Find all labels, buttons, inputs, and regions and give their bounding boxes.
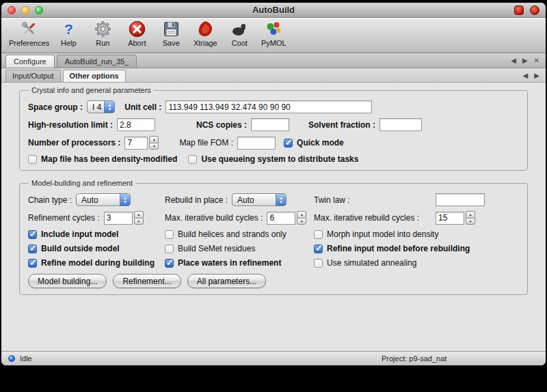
column: Morph input model into density [314, 229, 519, 239]
refine-input-model-checkbox[interactable]: Refine input model before rebuilding [314, 244, 470, 253]
all-parameters-button[interactable]: All parameters... [187, 274, 266, 288]
checkbox-box[interactable] [165, 230, 174, 239]
tab-autobuild-run-35[interactable]: AutoBuild_run_35_ [57, 55, 137, 68]
refinement-cycles-label: Refinement cycles : [28, 213, 100, 223]
tab-close-icon[interactable]: ✕ [534, 57, 539, 64]
refinement-cycles-input[interactable] [104, 212, 133, 225]
build-outside-model-checkbox[interactable]: Build outside model [28, 244, 120, 253]
stepper-down-icon[interactable] [149, 143, 159, 150]
include-input-model-checkbox[interactable]: Include input model [28, 229, 118, 239]
toolbar: Preferences ? Help Run [1, 18, 546, 53]
map-fom-input[interactable] [237, 137, 276, 150]
stepper-down-icon[interactable] [134, 218, 144, 225]
build-cycles-label: Max. iterative build cycles : [165, 213, 263, 223]
rebuild-in-place-select[interactable]: Auto [232, 193, 286, 206]
column: Place waters in refinement [165, 258, 314, 268]
tab-scroll-left-icon[interactable]: ◀ [511, 57, 516, 64]
nproc-label: Number of processors : [28, 138, 120, 148]
ncs-copies-input[interactable] [251, 118, 289, 131]
refinement-button[interactable]: Refinement... [113, 274, 181, 288]
checkbox-box[interactable] [165, 259, 174, 268]
tab-input-output[interactable]: Input/Output [5, 70, 61, 82]
checkbox-box[interactable] [314, 230, 323, 239]
checkbox-box[interactable] [28, 230, 37, 239]
checkbox-label: Include input model [41, 229, 118, 239]
model-building-group-title: Model-building and refinement [29, 179, 135, 187]
refinement-cycles-stepper[interactable] [134, 211, 144, 225]
toolbar-label: Xtriage [194, 39, 217, 47]
map-fom-label: Map file FOM : [179, 138, 233, 148]
toolbar-label: PyMOL [261, 39, 286, 47]
high-res-label: High-resolution limit : [28, 120, 113, 130]
titlebar[interactable]: AutoBuild [1, 3, 546, 18]
checkbox-box[interactable] [314, 259, 323, 268]
checkbox-label: Refine model during building [41, 258, 155, 268]
chain-type-select[interactable]: Auto [76, 193, 131, 206]
build-cycles-input[interactable] [267, 212, 295, 225]
form-row: Space group : I 4 Unit cell : [28, 100, 519, 113]
column: Chain type : Auto [28, 193, 165, 206]
tab-scroll-left-icon[interactable]: ◀ [523, 72, 529, 79]
help-button[interactable]: ? Help [51, 20, 85, 47]
run-button[interactable]: Run [85, 20, 120, 47]
build-cycles-stepper[interactable] [297, 211, 306, 225]
checkbox-box[interactable] [28, 259, 37, 268]
checkbox-box[interactable] [28, 244, 37, 253]
checkbox-label: Build helices and strands only [178, 229, 286, 239]
preferences-button[interactable]: Preferences [7, 20, 51, 47]
checkbox-label: Use simulated annealing [327, 258, 416, 268]
high-res-input[interactable] [117, 118, 155, 131]
stepper-up-icon[interactable] [466, 211, 475, 218]
save-button[interactable]: Save [154, 20, 188, 47]
build-semet-residues-checkbox[interactable]: Build SeMet residues [165, 244, 255, 253]
quick-mode-checkbox[interactable]: Quick mode [284, 138, 344, 148]
toolbar-label: Preferences [9, 39, 49, 47]
model-building-button[interactable]: Model building... [28, 274, 107, 288]
pymol-button[interactable]: PyMOL [256, 20, 291, 47]
density-modified-checkbox[interactable]: Map file has been density-modified [28, 154, 177, 164]
ncs-copies-label: NCS copies : [196, 120, 247, 130]
checkbox-box[interactable] [28, 155, 37, 164]
nproc-input[interactable] [124, 137, 148, 150]
stepper-up-icon[interactable] [297, 211, 306, 218]
status-bar: Idle Project: p9-sad_nat [1, 351, 546, 365]
tab-configure[interactable]: Configure [5, 55, 55, 68]
refine-during-building-checkbox[interactable]: Refine model during building [28, 258, 155, 268]
form-row: Number of processors : Map file FOM : Qu… [28, 136, 519, 150]
twin-law-input[interactable] [436, 193, 485, 206]
window-controls [8, 6, 43, 14]
stepper-down-icon[interactable] [466, 218, 475, 225]
column: Refine model during building [28, 258, 165, 268]
queueing-system-checkbox[interactable]: Use queueing system to distribute tasks [188, 154, 358, 164]
crystal-info-group: Crystal info and general parameters Spac… [19, 86, 528, 171]
simulated-annealing-checkbox[interactable]: Use simulated annealing [314, 258, 416, 268]
unit-cell-input[interactable] [165, 100, 372, 113]
zoom-window-button[interactable] [35, 6, 43, 14]
checkbox-box[interactable] [284, 139, 293, 148]
rebuild-cycles-input[interactable] [436, 212, 464, 225]
coot-button[interactable]: Coot [222, 20, 256, 47]
xtriage-button[interactable]: Xtriage [188, 20, 222, 47]
morph-input-model-checkbox[interactable]: Morph input model into density [314, 229, 438, 239]
stepper-up-icon[interactable] [134, 211, 144, 218]
column: Twin law : [314, 193, 519, 206]
build-helices-strands-checkbox[interactable]: Build helices and strands only [165, 229, 286, 239]
tab-scroll-right-icon[interactable]: ▶ [534, 72, 539, 79]
tab-other-options[interactable]: Other options [63, 70, 126, 82]
crystal-info-group-title: Crystal info and general parameters [29, 86, 154, 94]
solvent-fraction-input[interactable] [379, 118, 422, 131]
checkbox-box[interactable] [188, 155, 197, 164]
stepper-down-icon[interactable] [297, 218, 306, 225]
minimize-window-button[interactable] [21, 6, 29, 14]
abort-button[interactable]: Abort [120, 20, 154, 47]
checkbox-box[interactable] [165, 244, 174, 253]
checkbox-label: Map file has been density-modified [41, 154, 177, 164]
rebuild-cycles-stepper[interactable] [466, 211, 475, 225]
close-window-button[interactable] [8, 6, 16, 14]
checkbox-box[interactable] [314, 244, 323, 253]
nproc-stepper[interactable] [149, 136, 159, 150]
place-waters-checkbox[interactable]: Place waters in refinement [165, 258, 281, 268]
stepper-up-icon[interactable] [149, 136, 159, 143]
space-group-select[interactable]: I 4 [87, 100, 115, 113]
tab-scroll-right-icon[interactable]: ▶ [522, 57, 528, 64]
